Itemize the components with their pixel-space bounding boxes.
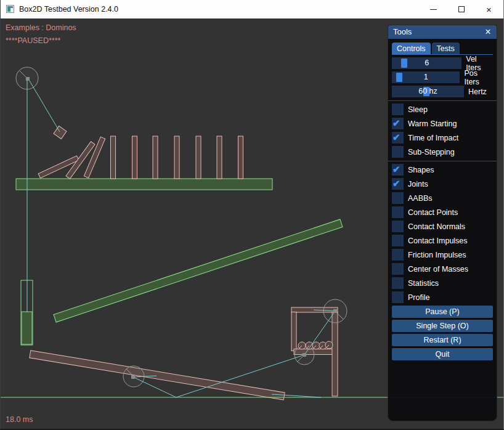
checkbox-contact-points[interactable] xyxy=(392,206,404,218)
checkbox-label: Center of Masses xyxy=(408,265,468,274)
paused-label: ****PAUSED**** xyxy=(6,36,60,45)
checkbox-label: AABBs xyxy=(408,194,433,203)
checkbox-sleep[interactable] xyxy=(392,103,404,115)
slider-value: 6 xyxy=(392,57,461,69)
title-bar[interactable]: Box2D Testbed Version 2.4.0 × xyxy=(1,0,503,18)
checkbox-joints[interactable]: ✔ xyxy=(392,178,404,190)
tab-bar: ControlsTests xyxy=(392,43,493,55)
example-label: Examples : Dominos xyxy=(6,23,76,32)
checkbox-label: Shapes xyxy=(408,166,434,174)
check-icon: ✔ xyxy=(392,163,400,175)
checkbox-friction-impulses[interactable] xyxy=(392,249,404,261)
body-rect[interactable] xyxy=(30,351,285,400)
app-window: Examples : Dominos ****PAUSED**** 18.0 m… xyxy=(0,0,504,430)
checkbox-label: Warm Starting xyxy=(408,120,457,128)
checkbox-profile[interactable] xyxy=(392,291,404,303)
minimize-button[interactable] xyxy=(420,0,447,18)
body-rect[interactable] xyxy=(54,126,67,139)
maximize-icon xyxy=(458,6,465,12)
check-icon: ✔ xyxy=(392,131,400,143)
checkbox-label: Friction Impulses xyxy=(408,251,466,259)
checkbox-statistics[interactable] xyxy=(392,277,404,289)
separator xyxy=(388,161,497,161)
minimize-icon xyxy=(430,9,437,10)
checkbox-label: Contact Normals xyxy=(408,222,465,231)
checkbox-label: Sub-Stepping xyxy=(408,148,455,156)
vel-iters-slider[interactable]: 6 xyxy=(392,57,461,69)
tools-titlebar[interactable]: Tools × xyxy=(388,25,497,39)
close-icon: × xyxy=(486,5,492,14)
joint-anchor xyxy=(26,77,30,81)
window-title: Box2D Testbed Version 2.4.0 xyxy=(19,0,118,18)
body-rect[interactable] xyxy=(291,312,296,351)
joint-anchor xyxy=(131,375,135,379)
joint-anchor xyxy=(303,353,306,357)
body-rect[interactable] xyxy=(54,219,343,322)
pos-iters-slider[interactable]: 1 xyxy=(392,71,460,83)
joint-anchor xyxy=(333,309,337,313)
body-rect[interactable] xyxy=(332,312,338,396)
pause-button[interactable]: Pause (P) xyxy=(392,306,493,318)
checkbox-aabbs[interactable] xyxy=(392,192,404,204)
body-rect[interactable] xyxy=(217,136,222,179)
close-button[interactable]: × xyxy=(475,0,503,18)
checkbox-time-of-impact[interactable]: ✔ xyxy=(392,132,404,144)
hertz-slider[interactable]: 60 hz xyxy=(392,86,464,97)
checkbox-contact-normals[interactable] xyxy=(392,221,404,232)
checkbox-label: Joints xyxy=(408,180,428,189)
body-rect[interactable] xyxy=(238,136,243,179)
app-icon xyxy=(6,5,14,13)
checkbox-label: Contact Impulses xyxy=(408,237,468,245)
checkbox-warm-starting[interactable]: ✔ xyxy=(392,118,404,129)
checkbox-center-of-masses[interactable] xyxy=(392,263,404,275)
body-rect[interactable] xyxy=(196,136,201,179)
checkbox-label: Contact Points xyxy=(408,208,458,217)
body-rect[interactable] xyxy=(153,136,158,179)
checkbox-shapes[interactable]: ✔ xyxy=(392,164,404,176)
checkbox-label: Sleep xyxy=(408,105,428,114)
checkbox-sub-stepping[interactable] xyxy=(392,146,404,158)
tab-tests[interactable]: Tests xyxy=(432,43,460,54)
body-rect[interactable] xyxy=(111,136,116,179)
slider-label: Pos Iters xyxy=(464,69,493,86)
tools-close-icon[interactable]: × xyxy=(482,25,494,39)
joint-line xyxy=(28,79,60,132)
slider-label: Hertz xyxy=(468,87,487,96)
checkbox-contact-impulses[interactable] xyxy=(392,235,404,246)
body-rect[interactable] xyxy=(22,312,32,344)
body-rect[interactable] xyxy=(174,136,179,179)
tools-body: ControlsTests 6Vel Iters1Pos Iters60 hzH… xyxy=(388,39,497,360)
frame-time-label: 18.0 ms xyxy=(6,415,33,424)
maximize-button[interactable] xyxy=(447,0,475,18)
checkbox-label: Statistics xyxy=(408,279,439,288)
body-rect[interactable] xyxy=(132,136,137,179)
tab-controls[interactable]: Controls xyxy=(392,43,431,54)
checkbox-label: Profile xyxy=(408,293,429,302)
single-step-button[interactable]: Single Step (O) xyxy=(392,320,493,332)
slider-value: 60 hz xyxy=(392,86,464,97)
slider-value: 1 xyxy=(392,71,460,83)
checkbox-label: Time of Impact xyxy=(408,134,458,142)
body-rect[interactable] xyxy=(84,137,105,178)
body-rect[interactable] xyxy=(16,179,272,190)
check-icon: ✔ xyxy=(392,177,400,189)
restart-button[interactable]: Restart (R) xyxy=(392,334,493,346)
separator xyxy=(388,100,497,101)
tools-panel: Tools × ControlsTests 6Vel Iters1Pos Ite… xyxy=(388,25,497,421)
check-icon: ✔ xyxy=(392,117,400,129)
tools-title: Tools xyxy=(393,27,412,36)
quit-button[interactable]: Quit xyxy=(392,348,493,360)
